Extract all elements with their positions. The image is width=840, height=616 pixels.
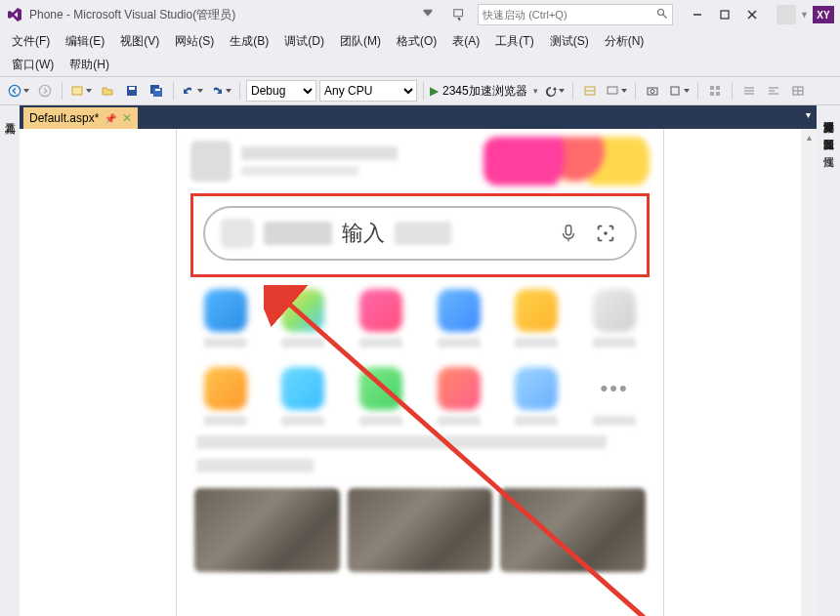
vertical-scrollbar[interactable]: ▴ — [801, 129, 817, 616]
feedback-icon[interactable] — [446, 4, 472, 25]
svg-point-7 — [9, 85, 20, 96]
phone-header — [190, 137, 650, 185]
save-all-button[interactable] — [146, 80, 167, 102]
app-item[interactable] — [196, 289, 255, 348]
menu-tools[interactable]: 工具(T) — [487, 30, 541, 53]
svg-rect-22 — [716, 86, 720, 90]
user-badge[interactable]: XY — [813, 6, 834, 23]
tab-default-aspx[interactable]: Default.aspx* 📌 ✕ — [23, 107, 138, 129]
nav-forward-button[interactable] — [34, 80, 56, 102]
run-button[interactable]: ▶ 2345加速浏览器 ▾ — [430, 83, 538, 100]
solution-explorer-tab[interactable]: 解决方案资源管理器 — [819, 109, 838, 117]
search-leading-placeholder — [221, 219, 254, 248]
promo-banner — [483, 137, 650, 185]
search-icon — [656, 8, 668, 21]
format-image-button[interactable] — [763, 80, 784, 102]
menu-format[interactable]: 格式(O) — [389, 30, 444, 53]
app-item[interactable] — [508, 367, 567, 426]
toolbar: Debug Any CPU ▶ 2345加速浏览器 ▾ — [0, 76, 840, 105]
menu-team[interactable]: 团队(M) — [332, 30, 389, 53]
menu-view[interactable]: 视图(V) — [112, 30, 167, 53]
app-item[interactable] — [274, 367, 333, 426]
camera-icon[interactable] — [642, 80, 663, 102]
menu-file[interactable]: 文件(F) — [4, 30, 58, 53]
search-label: 输入 — [342, 219, 385, 248]
editor-canvas: ▴ 输入 — [20, 129, 817, 616]
format-hyperlink-button[interactable] — [738, 80, 760, 102]
comment-button[interactable] — [604, 80, 629, 102]
svg-point-8 — [39, 85, 50, 96]
close-button[interactable] — [739, 5, 765, 24]
open-file-button[interactable] — [97, 80, 118, 102]
feed-image[interactable] — [348, 488, 493, 572]
new-project-button[interactable] — [68, 80, 94, 102]
svg-rect-4 — [721, 11, 729, 19]
menu-website[interactable]: 网站(S) — [167, 30, 222, 53]
svg-rect-11 — [129, 87, 135, 90]
browser-refresh-button[interactable] — [541, 80, 567, 102]
grid-icon[interactable] — [704, 80, 726, 102]
app-item[interactable] — [508, 289, 567, 348]
menu-debug[interactable]: 调试(D) — [276, 30, 332, 53]
new-line-button[interactable] — [579, 80, 601, 102]
app-item[interactable] — [585, 289, 644, 348]
quick-launch-field[interactable] — [483, 9, 656, 21]
app-item[interactable] — [352, 289, 410, 348]
app-item[interactable] — [430, 289, 488, 348]
pin-icon[interactable]: 📌 — [105, 113, 116, 124]
team-explorer-tab[interactable]: 团队资源管理器 — [819, 127, 838, 135]
svg-rect-14 — [155, 89, 160, 91]
svg-rect-17 — [608, 87, 617, 94]
feed-image[interactable] — [194, 488, 340, 572]
format-table-button[interactable] — [787, 80, 809, 102]
app-item[interactable] — [352, 367, 410, 426]
menu-window[interactable]: 窗口(W) — [4, 54, 62, 76]
user-dropdown-icon[interactable]: ▼ — [800, 10, 809, 20]
right-side-panel: 解决方案资源管理器 团队资源管理器 属性 — [817, 105, 840, 616]
feed-image[interactable] — [500, 488, 646, 572]
tab-overflow-icon[interactable]: ▾ — [806, 109, 811, 120]
app-item[interactable] — [196, 367, 255, 426]
feed-images — [190, 482, 650, 572]
menu-bar-2: 窗口(W) 帮助(H) — [0, 53, 840, 76]
phone-preview: 输入 — [176, 129, 664, 616]
user-avatar[interactable] — [777, 5, 796, 24]
scan-icon[interactable] — [592, 220, 619, 247]
app-item[interactable] — [274, 289, 333, 348]
nav-back-button[interactable] — [6, 80, 31, 102]
target-element-button[interactable] — [666, 80, 692, 102]
notifications-icon[interactable] — [415, 4, 441, 25]
menu-help[interactable]: 帮助(H) — [62, 54, 117, 76]
left-side-panel: 工具箱 — [0, 105, 20, 616]
tab-close-icon[interactable]: ✕ — [122, 111, 132, 125]
header-text-placeholder — [241, 146, 474, 176]
quick-launch-input[interactable] — [478, 4, 673, 25]
properties-tab[interactable]: 属性 — [819, 144, 838, 152]
window-title: Phone - Microsoft Visual Studio(管理员) — [29, 7, 235, 23]
app-more[interactable]: ••• — [585, 367, 644, 426]
redo-button[interactable] — [208, 80, 233, 102]
scroll-up-icon[interactable]: ▴ — [801, 129, 817, 144]
menu-bar: 文件(F) 编辑(E) 视图(V) 网站(S) 生成(B) 调试(D) 团队(M… — [0, 29, 840, 53]
play-icon: ▶ — [430, 84, 439, 98]
document-area: Default.aspx* 📌 ✕ ▾ ▴ — [20, 105, 817, 616]
menu-edit[interactable]: 编辑(E) — [58, 30, 112, 53]
menu-analyze[interactable]: 分析(N) — [597, 30, 652, 53]
menu-test[interactable]: 测试(S) — [542, 30, 597, 53]
menu-table[interactable]: 表(A) — [444, 30, 487, 53]
maximize-button[interactable] — [712, 5, 737, 24]
vs-logo-icon — [6, 6, 23, 23]
app-item[interactable] — [430, 367, 488, 426]
phone-search-bar[interactable]: 输入 — [203, 206, 637, 261]
undo-button[interactable] — [180, 80, 205, 102]
svg-rect-0 — [454, 10, 463, 17]
platform-select[interactable]: Any CPU — [319, 80, 417, 102]
save-button[interactable] — [121, 80, 143, 102]
microphone-icon[interactable] — [555, 220, 582, 247]
config-select[interactable]: Debug — [246, 80, 316, 102]
svg-point-19 — [651, 90, 654, 94]
minimize-button[interactable] — [685, 5, 710, 24]
svg-rect-34 — [566, 226, 571, 235]
menu-build[interactable]: 生成(B) — [222, 30, 276, 53]
toolbox-tab[interactable]: 工具箱 — [1, 109, 20, 121]
